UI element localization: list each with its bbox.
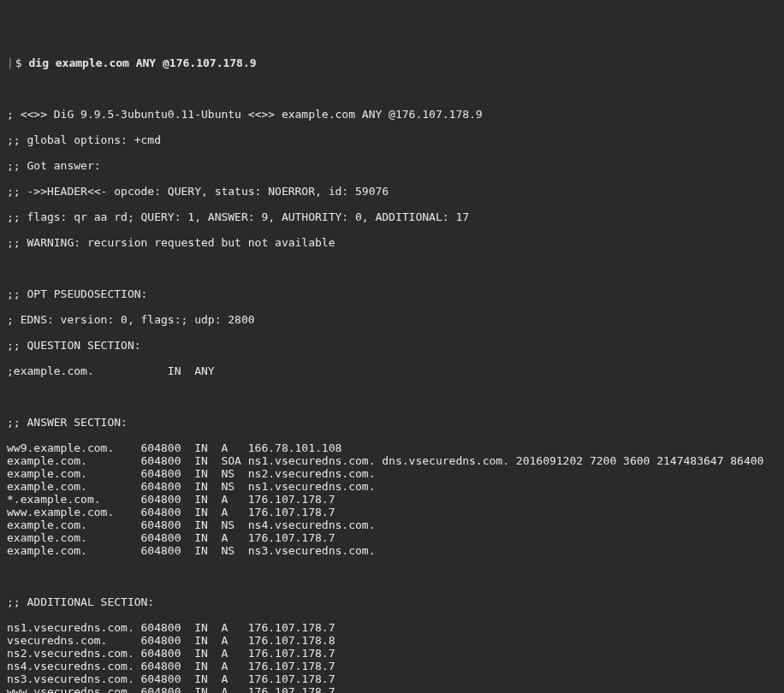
flags-line: ;; flags: qr aa rd; QUERY: 1, ANSWER: 9,…	[7, 210, 777, 223]
additional-row: ns2.vsecuredns.com. 604800 IN A 176.107.…	[7, 647, 777, 660]
additional-row: ns3.vsecuredns.com. 604800 IN A 176.107.…	[7, 672, 777, 685]
answer-row: example.com. 604800 IN NS ns3.vsecuredns…	[7, 544, 777, 557]
blank-line	[7, 82, 777, 95]
additional-row: ns1.vsecuredns.com. 604800 IN A 176.107.…	[7, 621, 777, 634]
additional-section-header: ;; ADDITIONAL SECTION:	[7, 595, 777, 608]
additional-row: vsecuredns.com. 604800 IN A 176.107.178.…	[7, 634, 777, 647]
question-section-header: ;; QUESTION SECTION:	[7, 339, 777, 352]
additional-row: ns4.vsecuredns.com. 604800 IN A 176.107.…	[7, 660, 777, 672]
question-row: ;example.com. IN ANY	[7, 364, 777, 377]
global-options: ;; global options: +cmd	[7, 133, 777, 146]
answer-row: example.com. 604800 IN NS ns2.vsecuredns…	[7, 467, 777, 480]
blank-line	[7, 570, 777, 583]
edns-line: ; EDNS: version: 0, flags:; udp: 2800	[7, 313, 777, 326]
blank-line	[7, 390, 777, 403]
answer-row: *.example.com. 604800 IN A 176.107.178.7	[7, 493, 777, 506]
got-answer: ;; Got answer:	[7, 159, 777, 172]
prompt-sep: |	[7, 56, 14, 69]
command-text: dig example.com ANY @176.107.178.9	[28, 56, 256, 69]
answer-row: example.com. 604800 IN NS ns4.vsecuredns…	[7, 518, 777, 531]
answer-row: example.com. 604800 IN SOA ns1.vsecuredn…	[7, 454, 777, 467]
answer-row: ww9.example.com. 604800 IN A 166.78.101.…	[7, 441, 777, 454]
warning-line: ;; WARNING: recursion requested but not …	[7, 236, 777, 249]
prompt-symbol: $	[15, 56, 29, 69]
additional-section: ns1.vsecuredns.com. 604800 IN A 176.107.…	[7, 621, 777, 693]
answer-row: example.com. 604800 IN A 176.107.178.7	[7, 531, 777, 544]
answer-section: ww9.example.com. 604800 IN A 166.78.101.…	[7, 441, 777, 557]
additional-row: www.vsecuredns.com. 604800 IN A 176.107.…	[7, 685, 777, 693]
header-line: ;; ->>HEADER<<- opcode: QUERY, status: N…	[7, 185, 777, 198]
answer-row: www.example.com. 604800 IN A 176.107.178…	[7, 506, 777, 518]
dig-banner: ; <<>> DiG 9.9.5-3ubuntu0.11-Ubuntu <<>>…	[7, 108, 777, 121]
blank-line	[7, 262, 777, 275]
answer-row: example.com. 604800 IN NS ns1.vsecuredns…	[7, 480, 777, 493]
command-prompt[interactable]: |$ dig example.com ANY @176.107.178.9	[7, 56, 777, 69]
opt-section-header: ;; OPT PSEUDOSECTION:	[7, 287, 777, 300]
answer-section-header: ;; ANSWER SECTION:	[7, 416, 777, 429]
